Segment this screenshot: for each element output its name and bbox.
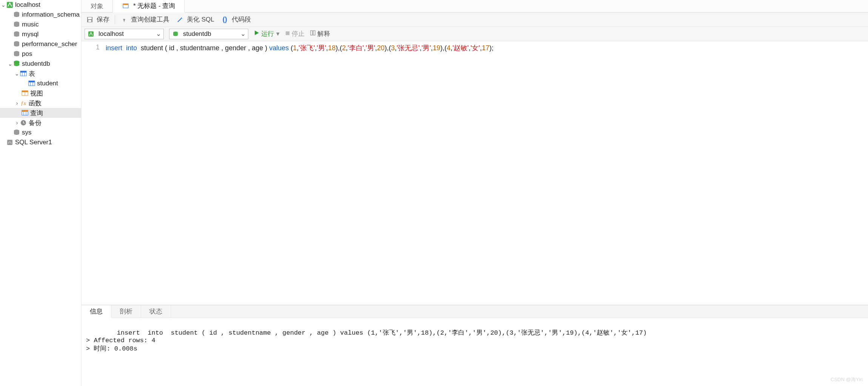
button-label: 保存 xyxy=(97,15,109,24)
tab-info[interactable]: 信息 xyxy=(82,305,111,318)
table-label: student xyxy=(37,80,58,87)
db-node[interactable]: pos xyxy=(0,49,81,59)
mysql-connection-icon xyxy=(87,30,95,38)
connection-dropdown[interactable]: localhost ⌄ xyxy=(85,29,164,39)
svg-rect-20 xyxy=(22,110,28,112)
views-folder[interactable]: 视图 xyxy=(0,88,81,98)
tab-profile[interactable]: 剖析 xyxy=(111,305,141,318)
svg-rect-27 xyxy=(123,4,128,5)
db-label: sys xyxy=(22,129,32,136)
svg-rect-34 xyxy=(311,31,312,35)
combo-value: localhost xyxy=(98,30,124,38)
db-label: pos xyxy=(22,50,32,58)
run-button[interactable]: 运行 ▾ xyxy=(254,29,280,38)
svg-rect-29 xyxy=(88,17,92,19)
button-label: 停止 xyxy=(292,29,305,38)
chevron-down-icon: ⌄ xyxy=(156,30,161,38)
function-icon: ƒx xyxy=(20,99,27,107)
table-item[interactable]: student xyxy=(0,79,81,88)
button-label: 解释 xyxy=(317,29,330,38)
query-icon xyxy=(122,2,129,10)
db-label: mysql xyxy=(22,31,38,38)
button-label: 代码段 xyxy=(232,15,251,24)
database-icon xyxy=(13,60,20,68)
dropdown-icon[interactable]: ▾ xyxy=(276,30,280,38)
db-label: information_schema xyxy=(22,11,80,19)
document-tabs: 对象 * 无标题 - 查询 xyxy=(82,0,868,12)
stop-icon xyxy=(285,30,290,38)
folder-label: 视图 xyxy=(30,89,43,98)
backup-icon xyxy=(20,119,27,127)
connection-label: localhost xyxy=(15,1,40,9)
wand-icon xyxy=(176,16,184,23)
svg-rect-13 xyxy=(29,81,35,82)
stop-button: 停止 xyxy=(285,29,305,38)
play-icon xyxy=(254,30,260,38)
tab-query[interactable]: * 无标题 - 查询 xyxy=(113,0,185,12)
connection-label: SQL Server1 xyxy=(15,139,52,146)
line-gutter: 1 xyxy=(82,41,104,305)
code-area[interactable]: insert into student ( id , studentname ,… xyxy=(104,41,868,305)
sqlserver-icon xyxy=(6,139,14,146)
svg-rect-9 xyxy=(20,71,26,73)
db-label: performance_scher xyxy=(22,40,77,48)
parentheses-icon: () xyxy=(221,16,229,23)
folder-label: 表 xyxy=(29,69,35,78)
database-icon xyxy=(13,31,20,38)
tab-status[interactable]: 状态 xyxy=(141,305,171,318)
tab-label: 对象 xyxy=(91,2,103,11)
mysql-connection-icon xyxy=(6,1,14,9)
svg-rect-25 xyxy=(7,140,12,145)
queries-folder[interactable]: 查询 xyxy=(0,108,81,118)
db-node[interactable]: mysql xyxy=(0,29,81,39)
message-area[interactable]: insert into student ( id , studentname ,… xyxy=(82,318,868,386)
tab-label: * 无标题 - 查询 xyxy=(133,2,175,10)
backups-folder[interactable]: › 备份 xyxy=(0,118,81,128)
folder-label: 查询 xyxy=(30,109,43,117)
editor-toolbar: 保存 查询创建工具 美化 SQL () 代码段 xyxy=(82,12,868,27)
database-icon xyxy=(13,40,20,48)
explain-button[interactable]: 解释 xyxy=(310,29,330,38)
output-tabs: 信息 剖析 状态 xyxy=(82,305,868,318)
button-label: 运行 xyxy=(261,29,274,38)
db-node[interactable]: information_schema xyxy=(0,10,81,20)
line-number: 1 xyxy=(82,43,100,51)
database-icon xyxy=(13,129,20,136)
folder-label: 函数 xyxy=(29,99,42,108)
tab-object[interactable]: 对象 xyxy=(82,0,113,12)
folder-label: 备份 xyxy=(29,119,42,127)
snippet-button[interactable]: () 代码段 xyxy=(220,14,252,25)
database-icon xyxy=(13,11,20,19)
svg-rect-30 xyxy=(88,20,91,22)
db-node[interactable]: sys xyxy=(0,128,81,137)
save-icon xyxy=(86,16,94,23)
db-node[interactable]: music xyxy=(0,20,81,29)
query-builder-button[interactable]: 查询创建工具 xyxy=(119,14,171,25)
combo-value: studentdb xyxy=(183,30,211,38)
sidebar: ⌄ localhost information_schemamusicmysql… xyxy=(0,0,82,386)
table-icon xyxy=(28,80,35,87)
beautify-button[interactable]: 美化 SQL xyxy=(175,14,216,25)
database-icon xyxy=(13,21,20,28)
view-icon xyxy=(21,90,29,97)
chevron-down-icon: ⌄ xyxy=(14,71,20,77)
tool-icon xyxy=(120,16,128,23)
save-button[interactable]: 保存 xyxy=(85,14,111,25)
db-label: music xyxy=(22,21,38,28)
chevron-right-icon: › xyxy=(14,120,20,126)
database-dropdown[interactable]: studentdb ⌄ xyxy=(169,29,248,39)
functions-folder[interactable]: › ƒx 函数 xyxy=(0,98,81,108)
sql-editor[interactable]: 1 insert into student ( id , studentname… xyxy=(82,41,868,305)
database-icon xyxy=(172,30,179,38)
chevron-right-icon: › xyxy=(14,100,20,106)
button-label: 查询创建工具 xyxy=(131,15,169,24)
query-icon xyxy=(21,109,29,117)
watermark: CSDN @海Yin xyxy=(831,376,863,383)
chevron-down-icon: ⌄ xyxy=(8,61,13,67)
db-node[interactable]: performance_scher xyxy=(0,39,81,49)
connection-node[interactable]: ⌄ localhost xyxy=(0,0,81,10)
main-area: 对象 * 无标题 - 查询 保存 查询创建工具 xyxy=(82,0,868,386)
other-connection[interactable]: SQL Server1 xyxy=(0,137,81,147)
tables-folder[interactable]: ⌄ 表 xyxy=(0,69,81,79)
db-node-current[interactable]: ⌄ studentdb xyxy=(0,59,81,69)
